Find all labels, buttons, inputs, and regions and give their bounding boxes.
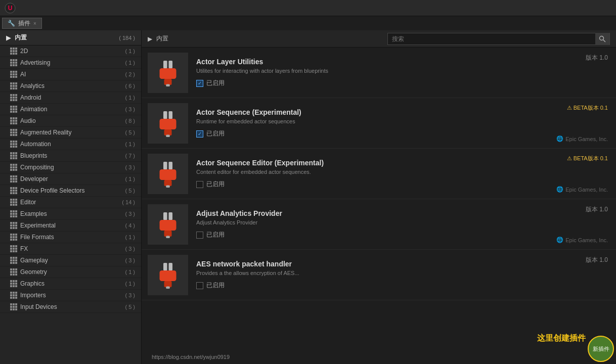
sidebar-item-label: 2D xyxy=(20,48,28,55)
grid-icon xyxy=(10,234,17,241)
new-plugin-button[interactable]: 新插件 xyxy=(588,336,614,362)
tab-label: 插件 xyxy=(18,19,30,28)
sidebar-item-label: Augmented Reality xyxy=(20,129,71,136)
tab-bar: 🔧 插件 × xyxy=(0,16,616,30)
search-input[interactable] xyxy=(388,33,595,44)
sidebar-item-gameplay[interactable]: Gameplay ( 3 ) xyxy=(0,255,141,266)
title-bar: U xyxy=(0,0,616,16)
search-box xyxy=(387,33,610,45)
sidebar-item-importers[interactable]: Importers ( 3 ) xyxy=(0,290,141,301)
plugin-description: Runtime for embedded actor sequences xyxy=(196,118,610,124)
sidebar-item-count: ( 8 ) xyxy=(125,118,135,124)
checkbox-box[interactable] xyxy=(196,282,203,289)
sidebar-item-augmented-reality[interactable]: Augmented Reality ( 5 ) xyxy=(0,127,141,139)
publisher-name: Epic Games, Inc. xyxy=(565,237,608,243)
content-header: ▶ 内置 xyxy=(142,30,616,48)
sidebar-item-label: Advertising xyxy=(20,59,50,66)
plugin-description: Utilites for interacting with actor laye… xyxy=(196,68,610,74)
sidebar-item-experimental[interactable]: Experimental ( 4 ) xyxy=(0,220,141,232)
grid-icon xyxy=(10,48,17,55)
svg-rect-26 xyxy=(160,270,177,281)
checkbox-box[interactable] xyxy=(196,181,203,188)
beta-badge: ⚠ BETA版本 0.1 xyxy=(567,155,608,162)
sidebar-item-ai[interactable]: AI ( 2 ) xyxy=(0,69,141,80)
sidebar-item-left: Geometry xyxy=(10,268,47,276)
sidebar-item-label: Audio xyxy=(20,117,36,124)
sidebar-item-fx[interactable]: FX ( 3 ) xyxy=(0,243,141,255)
svg-rect-5 xyxy=(169,61,173,68)
sidebar-item-label: Graphics xyxy=(20,280,45,287)
plugin-enable-checkbox[interactable]: ✓ 已启用 xyxy=(196,129,225,138)
sidebar-item-automation[interactable]: Automation ( 1 ) xyxy=(0,139,141,150)
sidebar-item-analytics[interactable]: Analytics ( 6 ) xyxy=(0,80,141,92)
plugin-footer: 已启用 xyxy=(196,231,610,239)
svg-rect-19 xyxy=(163,212,167,220)
plugin-tab[interactable]: 🔧 插件 × xyxy=(2,18,42,29)
svg-text:U: U xyxy=(8,5,13,12)
svg-rect-15 xyxy=(169,162,173,169)
sidebar-item-left: Input Devices xyxy=(10,303,57,310)
beta-badge: ⚠ BETA版本 0.1 xyxy=(567,104,608,112)
sidebar-item-file-formats[interactable]: File Formats ( 1 ) xyxy=(0,232,141,243)
grid-icon xyxy=(10,117,17,124)
sidebar-item-compositing[interactable]: Compositing ( 3 ) xyxy=(0,162,141,173)
plugin-info: AES network packet handler Provides a th… xyxy=(196,260,610,290)
sidebar-item-input-devices[interactable]: Input Devices ( 5 ) xyxy=(0,301,141,313)
plugin-info: Actor Sequence Editor (Experimental) Con… xyxy=(196,159,610,189)
sidebar-item-graphics[interactable]: Graphics ( 1 ) xyxy=(0,278,141,290)
plugin-icon xyxy=(148,154,188,194)
sidebar-item-advertising[interactable]: Advertising ( 1 ) xyxy=(0,57,141,69)
sidebar-item-device-profile-selectors[interactable]: Device Profile Selectors ( 5 ) xyxy=(0,185,141,197)
sidebar-item-count: ( 3 ) xyxy=(125,292,135,298)
checkbox-box[interactable]: ✓ xyxy=(196,80,203,87)
svg-rect-8 xyxy=(166,84,170,86)
plugin-enable-checkbox[interactable]: 已启用 xyxy=(196,180,225,189)
sidebar-item-editor[interactable]: Editor ( 14 ) xyxy=(0,197,141,208)
sidebar-header[interactable]: ▶ 内置 ( 184 ) xyxy=(0,30,141,46)
sidebar-item-examples[interactable]: Examples ( 3 ) xyxy=(0,208,141,220)
sidebar-item-count: ( 6 ) xyxy=(125,83,135,89)
sidebar-item-label: AI xyxy=(20,71,26,78)
search-button[interactable] xyxy=(595,33,609,45)
sidebar-item-left: Graphics xyxy=(10,280,45,287)
sidebar-item-label: Gameplay xyxy=(20,257,48,264)
svg-rect-9 xyxy=(163,111,167,119)
sidebar-item-count: ( 1 ) xyxy=(125,95,135,101)
sidebar-item-label: Importers xyxy=(20,292,46,299)
checkbox-box[interactable] xyxy=(196,232,203,239)
sidebar-item-developer[interactable]: Developer ( 1 ) xyxy=(0,173,141,185)
svg-rect-21 xyxy=(160,220,177,231)
sidebar-item-geometry[interactable]: Geometry ( 1 ) xyxy=(0,266,141,278)
enabled-label: 已启用 xyxy=(206,129,225,138)
sidebar-item-audio[interactable]: Audio ( 8 ) xyxy=(0,115,141,127)
svg-rect-11 xyxy=(160,119,177,129)
sidebar-item-label: Geometry xyxy=(20,268,47,276)
sidebar-item-count: ( 3 ) xyxy=(125,246,135,252)
svg-rect-18 xyxy=(166,185,170,188)
plugin-publisher: 🌐 Epic Games, Inc. xyxy=(556,135,608,142)
tab-close-button[interactable]: × xyxy=(33,21,36,26)
breadcrumb-arrow: ▶ xyxy=(148,35,152,42)
svg-point-2 xyxy=(600,36,604,40)
checkbox-box[interactable]: ✓ xyxy=(196,130,203,138)
sidebar-item-label: FX xyxy=(20,245,28,252)
sidebar-item-left: Developer xyxy=(10,175,48,183)
plugin-item-actor-layer-utilities: Actor Layer Utilities Utilites for inter… xyxy=(142,48,616,98)
sidebar-item-animation[interactable]: Animation ( 3 ) xyxy=(0,104,141,115)
sidebar-item-left: Augmented Reality xyxy=(10,129,71,136)
globe-icon: 🌐 xyxy=(556,237,563,243)
plugin-description: Provides a the allows encryption of AES.… xyxy=(196,270,610,276)
sidebar-item-left: Advertising xyxy=(10,59,50,66)
sidebar-item-left: Editor xyxy=(10,199,36,206)
plugin-enable-checkbox[interactable]: ✓ 已启用 xyxy=(196,79,225,87)
sidebar-item-blueprints[interactable]: Blueprints ( 7 ) xyxy=(0,150,141,162)
sidebar-item-label: Device Profile Selectors xyxy=(20,187,84,194)
plugin-enable-checkbox[interactable]: 已启用 xyxy=(196,281,225,290)
sidebar-item-2d[interactable]: 2D ( 1 ) xyxy=(0,46,141,57)
plugin-enable-checkbox[interactable]: 已启用 xyxy=(196,231,225,239)
sidebar-item-android[interactable]: Android ( 1 ) xyxy=(0,92,141,104)
svg-rect-6 xyxy=(160,68,177,79)
plugin-item-adjust-analytics-provider: Adjust Analytics Provider Adjust Analyti… xyxy=(142,199,616,250)
sidebar-item-count: ( 1 ) xyxy=(125,176,135,182)
sidebar-item-count: ( 1 ) xyxy=(125,234,135,240)
